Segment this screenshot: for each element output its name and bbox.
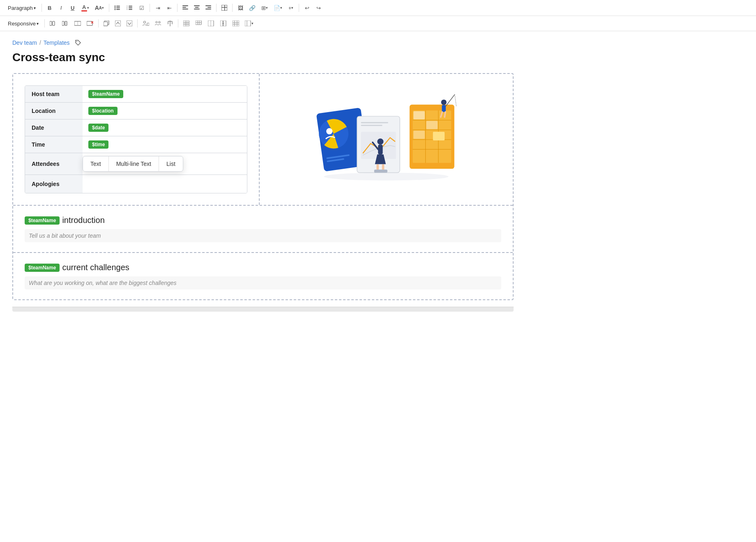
- text-color-indicator: [81, 10, 87, 11]
- duplicate-button[interactable]: [101, 18, 111, 29]
- bold-button[interactable]: B: [45, 2, 55, 13]
- align-right-icon: [205, 5, 211, 10]
- svg-rect-9: [129, 7, 132, 8]
- toolbar-separator: [44, 19, 45, 28]
- underline-button[interactable]: U: [68, 2, 78, 13]
- illustration-section: [260, 74, 513, 205]
- person-icon-btn[interactable]: [141, 18, 151, 29]
- table-section: Host team $teamName Location $location: [13, 74, 260, 205]
- row-value-date[interactable]: $date: [83, 119, 247, 136]
- trident-icon-btn[interactable]: [165, 18, 175, 29]
- main-content: Dev team / Templates Cross-team sync Hos…: [0, 31, 526, 320]
- toolbar-separator: [109, 4, 109, 12]
- layout-icon-1[interactable]: [48, 18, 58, 29]
- undo-button[interactable]: ↩: [302, 2, 312, 13]
- chevron-down-icon: ▾: [37, 21, 39, 26]
- row-value-attendees[interactable]: Text Multi-line Text List: [83, 153, 247, 175]
- svg-rect-64: [245, 21, 251, 26]
- svg-rect-93: [413, 131, 424, 139]
- section-body-introduction: Tell us a bit about your team: [25, 229, 501, 242]
- move-down-button[interactable]: [124, 18, 134, 29]
- svg-rect-25: [50, 21, 52, 25]
- font-size-button[interactable]: A A ▾: [93, 2, 106, 13]
- svg-rect-92: [426, 121, 438, 129]
- italic-button[interactable]: I: [56, 2, 66, 13]
- toolbar-bottom: Responsive ▾: [0, 16, 756, 31]
- numbered-list-button[interactable]: 1.2.3.: [124, 2, 135, 13]
- svg-point-66: [76, 41, 77, 42]
- toolbar-top: Paragraph ▾ B I U A ▾ A A ▾ 1.2.3. ☑ ⇥ ⇤…: [0, 0, 756, 16]
- row-value-time[interactable]: $time: [83, 136, 247, 153]
- move-up-button[interactable]: [113, 18, 123, 29]
- svg-rect-80: [382, 164, 385, 170]
- breadcrumb-section-link[interactable]: Templates: [44, 39, 70, 46]
- toolbar-separator: [232, 4, 233, 12]
- checkbox-button[interactable]: ☑: [137, 2, 147, 13]
- table-split[interactable]: [206, 18, 217, 29]
- bullet-list-button[interactable]: [112, 2, 123, 13]
- persons-icon-btn[interactable]: [153, 18, 164, 29]
- toolbar-separator: [137, 19, 138, 28]
- table-row: Time $time: [25, 136, 247, 153]
- content-block: Host team $teamName Location $location: [12, 73, 514, 300]
- table-view-button[interactable]: [219, 2, 229, 13]
- scrollbar[interactable]: [12, 307, 514, 312]
- toolbar-separator: [150, 4, 150, 12]
- row-value-location[interactable]: $location: [83, 103, 247, 119]
- delete-column-button[interactable]: [85, 18, 95, 29]
- table-col-insert[interactable]: [181, 18, 192, 29]
- svg-rect-28: [65, 21, 67, 25]
- table-row: Location $location: [25, 103, 247, 119]
- top-section: Host team $teamName Location $location: [13, 74, 513, 205]
- breadcrumb-team-link[interactable]: Dev team: [12, 39, 37, 46]
- embed-button[interactable]: 📄 ▾: [272, 2, 284, 13]
- table-row-insert[interactable]: [194, 18, 204, 29]
- toolbar-separator: [177, 4, 177, 12]
- indent-left-button[interactable]: ⇤: [164, 2, 174, 13]
- type-picker-popup: Text Multi-line Text List: [83, 156, 183, 172]
- svg-point-38: [143, 21, 145, 23]
- popup-item-text[interactable]: Text: [83, 156, 108, 171]
- row-label-time: Time: [25, 136, 83, 153]
- image-button[interactable]: 🖼: [235, 2, 245, 13]
- section-challenges: $teamName current challenges What are yo…: [13, 252, 513, 299]
- align-center-button[interactable]: [192, 2, 202, 13]
- svg-rect-19: [205, 5, 211, 6]
- link-button[interactable]: 🔗: [247, 2, 258, 13]
- paragraph-dropdown[interactable]: Paragraph ▾: [5, 2, 39, 13]
- svg-rect-36: [115, 21, 121, 26]
- table-button[interactable]: ⊞ ▾: [259, 2, 270, 13]
- svg-rect-5: [116, 9, 120, 10]
- svg-point-41: [159, 21, 160, 23]
- align-left-button[interactable]: [180, 2, 190, 13]
- svg-rect-26: [53, 21, 55, 25]
- layout-icon-2[interactable]: [60, 18, 71, 29]
- row-value-apologies[interactable]: [83, 175, 247, 193]
- svg-point-40: [156, 21, 157, 23]
- table-merge[interactable]: [218, 18, 229, 29]
- svg-rect-1: [116, 6, 120, 7]
- align-center-icon: [194, 5, 200, 10]
- svg-rect-75: [361, 125, 382, 126]
- info-table: Host team $teamName Location $location: [25, 85, 247, 193]
- page-title: Cross-team sync: [12, 51, 514, 64]
- section-body-challenges: What are you working on, what are the bi…: [25, 276, 501, 289]
- svg-rect-7: [129, 6, 132, 7]
- section-heading-introduction: $teamName introduction: [25, 216, 501, 225]
- table-full[interactable]: [230, 18, 241, 29]
- popup-item-list[interactable]: List: [159, 156, 183, 171]
- insert-button[interactable]: + ▾: [286, 2, 296, 13]
- layout-icon-3[interactable]: [72, 18, 83, 29]
- align-right-button[interactable]: [203, 2, 213, 13]
- table-row: Host team $teamName: [25, 86, 247, 103]
- indent-right-button[interactable]: ⇥: [153, 2, 163, 13]
- svg-rect-16: [194, 5, 200, 6]
- popup-item-multiline[interactable]: Multi-line Text: [109, 156, 159, 171]
- redo-button[interactable]: ↪: [313, 2, 323, 13]
- row-value-host-team[interactable]: $teamName: [83, 86, 247, 102]
- table-options[interactable]: ▾: [243, 18, 256, 29]
- numbered-list-icon: 1.2.3.: [127, 5, 133, 11]
- text-color-button[interactable]: A ▾: [79, 2, 91, 13]
- svg-rect-74: [361, 122, 388, 123]
- responsive-dropdown[interactable]: Responsive ▾: [5, 18, 41, 29]
